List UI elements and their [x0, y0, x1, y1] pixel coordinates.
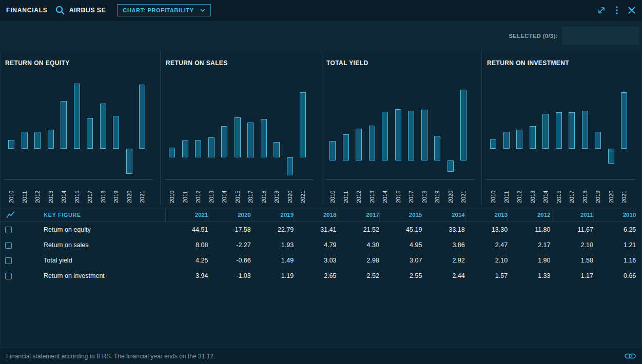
bar-2010 [329, 141, 336, 160]
value-cell: 6.25 [593, 222, 636, 237]
key-figures-table: KEY FIGURE 20212020201920182017201520142… [0, 208, 636, 284]
value-cell: 1.21 [593, 237, 636, 253]
value-cell: 1.16 [593, 253, 636, 268]
value-cell: 2.17 [508, 237, 550, 253]
x-axis-label: 2015 [234, 181, 242, 203]
value-cell: 4.79 [294, 237, 336, 253]
bar-2013 [369, 126, 375, 161]
value-cell: 2.98 [337, 253, 379, 268]
value-cell: 33.18 [422, 222, 464, 237]
x-axis-label: 2012 [515, 181, 523, 203]
value-cell: 4.30 [337, 237, 379, 253]
bar-2021 [300, 92, 306, 157]
value-cell: 2.47 [465, 237, 508, 253]
bar-2012 [195, 140, 201, 157]
value-cell: 2.10 [465, 253, 508, 268]
x-axis-label: 2011 [342, 181, 350, 203]
checkbox-cell [0, 222, 38, 237]
bar-2015 [74, 84, 80, 149]
table-row-return-on-investment: Return on investment3.94-1.031.192.652.5… [0, 268, 636, 284]
close-button[interactable] [628, 6, 636, 14]
x-axis-label: 2013 [529, 181, 537, 203]
bar-2012 [34, 132, 41, 149]
bar-2019 [434, 136, 440, 161]
bar-2013 [530, 126, 536, 149]
kebab-menu-button[interactable] [615, 6, 618, 15]
x-axis-label: 2014 [220, 181, 228, 203]
x-axis-label: 2020 [125, 181, 133, 203]
bar-2019 [595, 132, 601, 149]
key-figure-label: Total yield [38, 253, 165, 268]
close-icon [628, 6, 636, 14]
link-button[interactable] [625, 353, 636, 359]
value-cell: 2.92 [422, 253, 464, 268]
value-cell: -17.58 [208, 222, 250, 237]
value-cell: 2.55 [379, 268, 422, 284]
value-cell: 0.66 [593, 268, 636, 284]
x-axis-label: 2012 [355, 181, 363, 203]
line-chart-icon[interactable] [5, 211, 15, 218]
chart-panel-return-on-sales: RETURN ON SALES2010201120122013201420152… [160, 51, 321, 205]
x-axis-label: 2013 [207, 181, 216, 203]
app-title: FINANCIALS [6, 7, 48, 14]
row-checkbox-return-on-investment[interactable] [5, 273, 12, 279]
row-checkbox-total-yield[interactable] [5, 257, 12, 264]
bar-2019 [113, 116, 119, 149]
value-cell: 8.08 [165, 237, 208, 253]
bar-2011 [182, 140, 188, 157]
row-checkbox-return-on-sales[interactable] [5, 242, 12, 249]
chart-title: RETURN ON INVESTMENT [487, 59, 569, 67]
year-column-header: 2010 [593, 208, 636, 221]
year-column-header: 2017 [337, 208, 379, 221]
footer-note: Financial statement according to IFRS. T… [6, 353, 215, 360]
x-axis-label: 2017 [86, 181, 94, 203]
key-figure-label: Return on equity [38, 222, 165, 237]
checkbox-cell [0, 268, 38, 284]
value-cell: 31.41 [294, 222, 336, 237]
top-bar: FINANCIALS AIRBUS SE CHART: PROFITABILIT… [0, 0, 642, 21]
value-cell: 11.67 [551, 222, 593, 237]
chart-type-dropdown[interactable]: CHART: PROFITABILITY [117, 4, 210, 16]
year-column-header: 2013 [465, 208, 508, 221]
chart-type-label: CHART: PROFITABILITY [123, 7, 193, 13]
selection-slot[interactable] [562, 27, 639, 45]
bar-2014 [221, 126, 227, 157]
charts-section: RETURN ON EQUITY201020112012201320142015… [0, 51, 642, 205]
chart-panel-return-on-equity: RETURN ON EQUITY201020112012201320142015… [0, 51, 160, 205]
bar-2019 [274, 142, 280, 157]
year-column-header: 2015 [379, 208, 422, 221]
search-button[interactable] [55, 5, 65, 15]
table-row-total-yield: Total yield4.25-0.661.493.032.983.072.92… [0, 253, 636, 268]
x-axis-label: 2012 [194, 181, 202, 203]
link-icon [625, 353, 636, 359]
bar-2014 [382, 112, 388, 160]
bar-2011 [343, 134, 349, 161]
value-cell: 44.51 [165, 222, 208, 237]
x-axis-label: 2019 [433, 181, 441, 203]
key-figure-header: KEY FIGURE [38, 208, 165, 221]
value-cell: 1.57 [465, 268, 508, 284]
value-cell: 11.80 [508, 222, 550, 237]
x-axis-label: 2010 [7, 181, 15, 203]
x-axis-label: 2017 [568, 181, 576, 203]
footer: Financial statement according to IFRS. T… [0, 348, 642, 364]
x-axis-label: 2011 [502, 181, 511, 203]
expand-button[interactable] [597, 6, 606, 15]
x-axis-label: 2017 [407, 181, 415, 203]
year-column-header: 2018 [294, 208, 336, 221]
bar-2017 [247, 123, 254, 157]
x-axis-label: 2014 [60, 181, 68, 203]
x-axis-label: 2019 [112, 181, 120, 203]
search-icon [55, 5, 65, 15]
bar-2017 [569, 112, 575, 149]
x-axis-label: 2015 [555, 181, 563, 203]
x-axis-label: 2014 [541, 181, 550, 203]
chart-title: RETURN ON SALES [166, 59, 228, 67]
x-axis-label: 2020 [446, 181, 455, 203]
value-cell: 2.52 [337, 268, 379, 284]
row-checkbox-return-on-equity[interactable] [5, 227, 12, 233]
bar-2018 [261, 119, 267, 157]
x-axis-line [486, 179, 635, 180]
key-figure-label: Return on sales [38, 237, 165, 253]
x-axis-line [4, 179, 153, 180]
